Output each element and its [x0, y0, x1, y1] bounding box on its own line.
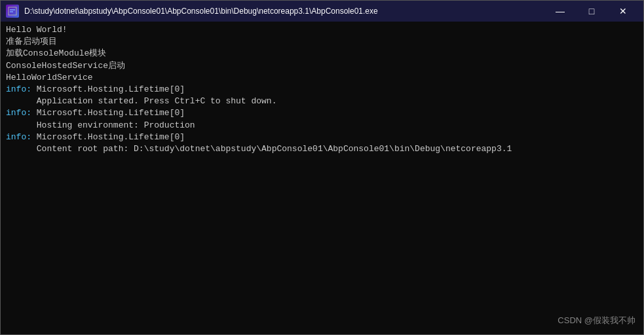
svg-rect-0	[9, 7, 16, 15]
terminal-line-11: Content root path: D:\study\dotnet\abpst…	[6, 143, 638, 155]
terminal-line-2: 准备启动项目	[6, 36, 638, 48]
terminal-line-10: info: Microsoft.Hosting.Lifetime[0]	[6, 132, 638, 143]
window-controls: — □ ✕	[545, 1, 638, 22]
terminal-line-8: info: Microsoft.Hosting.Lifetime[0]	[6, 107, 638, 119]
close-button[interactable]: ✕	[608, 1, 638, 22]
terminal-line-5: HelloWorldService	[6, 72, 638, 84]
terminal-line-6: info: Microsoft.Hosting.Lifetime[0]	[6, 84, 638, 96]
terminal-line-3: 加载ConsoleModule模块	[6, 48, 638, 60]
maximize-button[interactable]: □	[577, 1, 607, 22]
watermark: CSDN @假装我不帅	[558, 315, 635, 326]
window: D:\study\dotnet\abpstudy\AbpConsole01\Ab…	[0, 0, 644, 335]
title-bar: D:\study\dotnet\abpstudy\AbpConsole01\Ab…	[1, 1, 643, 22]
terminal-line-9: Hosting environment: Production	[6, 120, 638, 132]
terminal-line-7: Application started. Press Ctrl+C to shu…	[6, 96, 638, 107]
terminal-body: Hello World! 准备启动项目 加载ConsoleModule模块 Co…	[1, 22, 643, 334]
terminal-line-1: Hello World!	[6, 24, 638, 36]
terminal-line-4: ConsoleHostedService启动	[6, 60, 638, 72]
minimize-button[interactable]: —	[545, 1, 575, 22]
window-title: D:\study\dotnet\abpstudy\AbpConsole01\Ab…	[24, 7, 545, 16]
app-icon	[6, 5, 19, 18]
